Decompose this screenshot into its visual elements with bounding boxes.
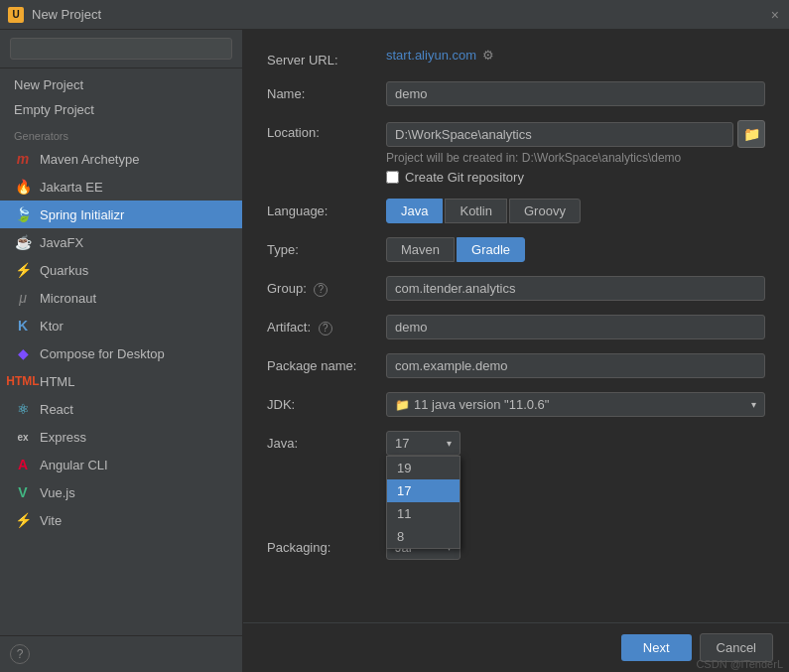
- express-icon: ex: [14, 428, 32, 446]
- language-java-btn[interactable]: Java: [386, 199, 443, 223]
- javafx-icon: ☕: [14, 233, 32, 251]
- sidebar-item-express[interactable]: ex Express: [0, 423, 242, 451]
- close-button[interactable]: ×: [771, 7, 779, 23]
- type-label: Type:: [267, 237, 386, 257]
- group-label: Group: ?: [267, 276, 386, 297]
- name-input[interactable]: [386, 81, 765, 106]
- form-area: Server URL: start.aliyun.com ⚙ Name: Loc…: [243, 30, 789, 622]
- location-control: 📁 Project will be created in: D:\WorkSpa…: [386, 120, 765, 185]
- language-control: Java Kotlin Groovy: [386, 199, 765, 223]
- sidebar-bottom: ?: [0, 635, 242, 672]
- express-label: Express: [40, 430, 86, 445]
- type-maven-btn[interactable]: Maven: [386, 237, 455, 262]
- artifact-input[interactable]: [386, 315, 765, 339]
- jakarta-icon: 🔥: [14, 178, 32, 196]
- group-row: Group: ?: [267, 276, 765, 301]
- server-url-control: start.aliyun.com ⚙: [386, 48, 765, 63]
- vite-icon: ⚡: [14, 511, 32, 529]
- quarkus-icon: ⚡: [14, 261, 32, 279]
- java-dropdown-container: 17 ▾ 19 17 11 8: [386, 431, 460, 456]
- packaging-label: Packaging:: [267, 535, 386, 555]
- type-control: Maven Gradle: [386, 237, 765, 262]
- java-row: Java: 17 ▾ 19 17 11 8: [267, 431, 765, 456]
- ktor-icon: K: [14, 317, 32, 335]
- browse-button[interactable]: 📁: [737, 120, 765, 148]
- micronaut-label: Micronaut: [40, 291, 96, 306]
- sidebar-item-jakarta[interactable]: 🔥 Jakarta EE: [0, 173, 242, 201]
- java-label: Java:: [267, 431, 386, 451]
- sidebar-item-html[interactable]: HTML HTML: [0, 367, 242, 395]
- package-name-control: [386, 353, 765, 378]
- language-groovy-btn[interactable]: Groovy: [509, 199, 581, 223]
- html-icon: HTML: [14, 372, 32, 390]
- server-url-label: Server URL:: [267, 48, 386, 67]
- vue-icon: V: [14, 483, 32, 501]
- group-help-icon[interactable]: ?: [314, 283, 328, 297]
- sidebar-item-angular[interactable]: A Angular CLI: [0, 451, 242, 478]
- group-input[interactable]: [386, 276, 765, 301]
- sidebar-item-maven[interactable]: m Maven Archetype: [0, 145, 242, 173]
- artifact-control: [386, 315, 765, 339]
- sidebar-item-quarkus[interactable]: ⚡ Quarkus: [0, 256, 242, 284]
- gear-icon[interactable]: ⚙: [482, 48, 494, 63]
- artifact-help-icon[interactable]: ?: [319, 322, 332, 336]
- maven-icon: m: [14, 150, 32, 168]
- jdk-row: JDK: 📁 11 java version "11.0.6" ▾: [267, 392, 765, 417]
- sidebar-item-ktor[interactable]: K Ktor: [0, 312, 242, 339]
- java-dropdown-arrow: ▾: [447, 438, 452, 449]
- java-option-11[interactable]: 11: [387, 502, 460, 525]
- sidebar: New Project Empty Project Generators m M…: [0, 30, 243, 672]
- java-selected-value: 17: [395, 436, 409, 451]
- sidebar-item-javafx[interactable]: ☕ JavaFX: [0, 228, 242, 256]
- java-option-8[interactable]: 8: [387, 525, 460, 548]
- search-input[interactable]: [10, 38, 232, 60]
- name-control: [386, 81, 765, 106]
- java-select[interactable]: 17 ▾: [386, 431, 460, 456]
- spring-label: Spring Initializr: [40, 207, 124, 222]
- language-kotlin-btn[interactable]: Kotlin: [445, 199, 507, 223]
- sidebar-item-react[interactable]: ⚛ React: [0, 395, 242, 423]
- main-layout: New Project Empty Project Generators m M…: [0, 30, 789, 672]
- language-btn-group: Java Kotlin Groovy: [386, 199, 765, 223]
- artifact-label: Artifact: ?: [267, 315, 386, 336]
- jdk-value: 11 java version "11.0.6": [414, 397, 549, 412]
- sidebar-item-compose[interactable]: ◆ Compose for Desktop: [0, 339, 242, 367]
- type-btn-group: Maven Gradle: [386, 237, 765, 262]
- package-name-input[interactable]: [386, 353, 765, 378]
- jdk-dropdown-arrow: ▾: [751, 399, 756, 410]
- language-row: Language: Java Kotlin Groovy: [267, 199, 765, 223]
- jdk-select[interactable]: 📁 11 java version "11.0.6" ▾: [386, 392, 765, 417]
- sidebar-items: New Project Empty Project Generators m M…: [0, 68, 242, 635]
- name-row: Name:: [267, 81, 765, 106]
- react-icon: ⚛: [14, 400, 32, 418]
- java-option-17[interactable]: 17: [387, 479, 460, 502]
- jdk-control: 📁 11 java version "11.0.6" ▾: [386, 392, 765, 417]
- sidebar-item-new-project[interactable]: New Project: [0, 72, 242, 97]
- help-button[interactable]: ?: [10, 644, 30, 664]
- sidebar-item-spring[interactable]: 🍃 Spring Initializr: [0, 201, 242, 228]
- compose-label: Compose for Desktop: [40, 346, 165, 361]
- next-button[interactable]: Next: [621, 634, 692, 661]
- artifact-row: Artifact: ?: [267, 315, 765, 339]
- react-label: React: [40, 402, 73, 417]
- git-checkbox[interactable]: [386, 171, 399, 184]
- group-control: [386, 276, 765, 301]
- name-label: Name:: [267, 81, 386, 101]
- location-row: Location: 📁 Project will be created in: …: [267, 120, 765, 185]
- spring-icon: 🍃: [14, 205, 32, 223]
- language-label: Language:: [267, 199, 386, 218]
- sidebar-item-vite[interactable]: ⚡ Vite: [0, 506, 242, 534]
- angular-label: Angular CLI: [40, 458, 108, 472]
- sidebar-item-vue[interactable]: V Vue.js: [0, 478, 242, 506]
- compose-icon: ◆: [14, 344, 32, 362]
- java-option-19[interactable]: 19: [387, 457, 460, 479]
- sidebar-item-micronaut[interactable]: μ Micronaut: [0, 284, 242, 312]
- sidebar-search-container: [0, 30, 242, 68]
- sidebar-item-empty-project[interactable]: Empty Project: [0, 97, 242, 122]
- java-control: 17 ▾ 19 17 11 8: [386, 431, 765, 456]
- type-gradle-btn[interactable]: Gradle: [457, 237, 525, 262]
- git-checkbox-label: Create Git repository: [405, 170, 524, 185]
- location-input[interactable]: [386, 122, 733, 147]
- title-bar-title: New Project: [32, 7, 101, 22]
- server-url-link[interactable]: start.aliyun.com: [386, 48, 476, 63]
